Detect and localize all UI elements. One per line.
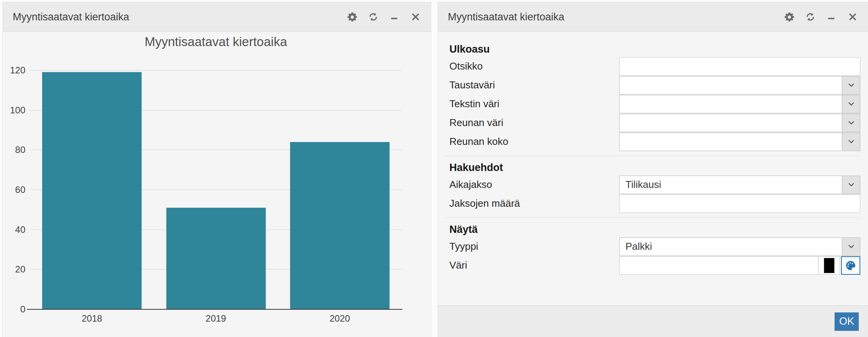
settings-form: Ulkoasu Otsikko Taustaväri Tekstin väri xyxy=(438,32,868,305)
x-axis-tick-label: 2019 xyxy=(206,313,226,324)
minimize-icon[interactable] xyxy=(389,12,400,22)
section-title-ulkoasu: Ulkoasu xyxy=(449,42,860,57)
field-label: Väri xyxy=(449,259,619,271)
settings-icon[interactable] xyxy=(347,12,358,22)
field-label: Tyyppi xyxy=(449,241,619,252)
form-row-vari: Väri xyxy=(449,256,860,275)
y-axis-tick-label: 120 xyxy=(10,65,25,76)
settings-widget-panel: Myyntisaatavat kiertoaika xyxy=(438,2,868,337)
select-value xyxy=(620,95,842,113)
color-picker-button[interactable] xyxy=(841,256,860,275)
jaksojen-maara-input[interactable] xyxy=(619,194,860,213)
field xyxy=(619,133,860,151)
field xyxy=(619,57,860,76)
form-row-jaksojen-maara: Jaksojen määrä xyxy=(449,194,860,213)
y-axis-tick-label: 0 xyxy=(20,304,25,315)
refresh-icon[interactable] xyxy=(805,12,816,22)
minimize-icon[interactable] xyxy=(826,12,837,22)
select-value xyxy=(620,76,842,94)
reunan-koko-select[interactable] xyxy=(619,133,860,151)
form-row-otsikko: Otsikko xyxy=(449,57,860,76)
widget-title: Myyntisaatavat kiertoaika xyxy=(13,11,129,23)
form-row-reunan-vari: Reunan väri xyxy=(449,113,860,132)
refresh-icon[interactable] xyxy=(368,12,379,22)
y-axis-tick-label: 20 xyxy=(15,264,25,275)
chevron-down-icon[interactable] xyxy=(842,238,860,256)
dialog-footer: OK xyxy=(438,305,868,337)
settings-icon[interactable] xyxy=(784,12,795,22)
widget-header-icons xyxy=(784,12,858,22)
x-axis-tick-label: 2018 xyxy=(81,313,102,324)
field xyxy=(619,256,860,275)
section-divider xyxy=(446,217,860,218)
vari-input[interactable] xyxy=(619,256,818,275)
x-axis-tick-label: 2020 xyxy=(329,313,350,324)
chart-title: Myyntisaatavat kiertoaika xyxy=(30,35,402,49)
chevron-down-icon[interactable] xyxy=(842,176,860,194)
y-axis-tick-label: 40 xyxy=(15,224,25,235)
chevron-down-icon[interactable] xyxy=(842,133,860,151)
form-row-tyyppi: Tyyppi Palkki xyxy=(449,237,860,256)
palette-icon xyxy=(845,259,857,272)
form-row-aikajakso: Aikajakso Tilikausi xyxy=(449,175,860,194)
section-title-hakuehdot: Hakuehdot xyxy=(449,160,860,175)
section-divider xyxy=(446,156,860,156)
field-label: Aikajakso xyxy=(449,179,619,191)
gridline xyxy=(30,70,402,71)
field-label: Jaksojen määrä xyxy=(449,198,619,209)
color-swatch xyxy=(824,258,835,273)
field-label: Reunan väri xyxy=(449,117,619,129)
close-icon[interactable] xyxy=(847,12,858,22)
aikajakso-select[interactable]: Tilikausi xyxy=(619,176,860,194)
chevron-down-icon[interactable] xyxy=(842,76,860,94)
tyyppi-select[interactable]: Palkki xyxy=(619,237,860,256)
widget-header-icons xyxy=(347,12,421,22)
y-axis-tick-label: 100 xyxy=(10,105,25,116)
chart-widget-panel: Myyntisaatavat kiertoaika xyxy=(3,2,431,337)
x-axis-line xyxy=(27,309,402,310)
form-row-taustavari: Taustaväri xyxy=(449,76,860,95)
field: Palkki xyxy=(619,237,860,256)
widget-title: Myyntisaatavat kiertoaika xyxy=(448,11,564,23)
color-swatch-cell xyxy=(818,256,840,275)
chevron-down-icon[interactable] xyxy=(842,95,860,113)
field xyxy=(619,194,860,213)
chart-widget-header: Myyntisaatavat kiertoaika xyxy=(3,2,431,32)
form-row-tekstin-vari: Tekstin väri xyxy=(449,95,860,113)
select-value: Tilikausi xyxy=(620,176,842,194)
field xyxy=(619,95,860,113)
tekstin-vari-select[interactable] xyxy=(619,95,860,113)
y-axis-tick-label: 60 xyxy=(15,184,25,195)
field-label: Tekstin väri xyxy=(449,98,619,110)
plot-area: 020406080100120201820192020 xyxy=(30,70,402,309)
field xyxy=(619,76,860,95)
settings-widget-header: Myyntisaatavat kiertoaika xyxy=(438,2,868,32)
close-icon[interactable] xyxy=(410,12,421,22)
field-label: Reunan koko xyxy=(449,136,619,148)
y-axis-tick-label: 80 xyxy=(15,144,25,155)
bar-2020 xyxy=(290,142,390,309)
chevron-down-icon[interactable] xyxy=(842,114,860,132)
otsikko-input[interactable] xyxy=(619,57,860,76)
select-value xyxy=(620,114,842,132)
taustavari-select[interactable] xyxy=(619,76,860,95)
ok-button[interactable]: OK xyxy=(835,312,859,331)
section-title-nayta: Näytä xyxy=(449,222,860,237)
select-value xyxy=(620,133,842,151)
reunan-vari-select[interactable] xyxy=(619,114,860,132)
bar-2018 xyxy=(42,72,142,309)
field: Tilikausi xyxy=(619,176,860,194)
field-label: Otsikko xyxy=(449,60,619,72)
select-value: Palkki xyxy=(620,238,842,256)
bar-2019 xyxy=(166,208,266,309)
field xyxy=(619,114,860,132)
field-label: Taustaväri xyxy=(449,79,619,91)
form-row-reunan-koko: Reunan koko xyxy=(449,132,860,151)
